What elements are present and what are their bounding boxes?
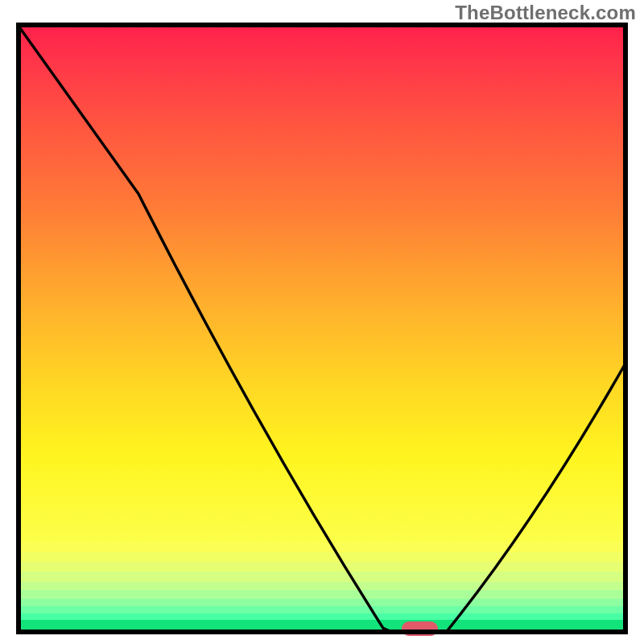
chart-area <box>16 23 628 634</box>
curve-line <box>16 23 628 634</box>
optimal-marker <box>402 621 439 636</box>
chart-svg <box>16 23 628 634</box>
watermark-text: TheBottleneck.com <box>455 2 636 24</box>
